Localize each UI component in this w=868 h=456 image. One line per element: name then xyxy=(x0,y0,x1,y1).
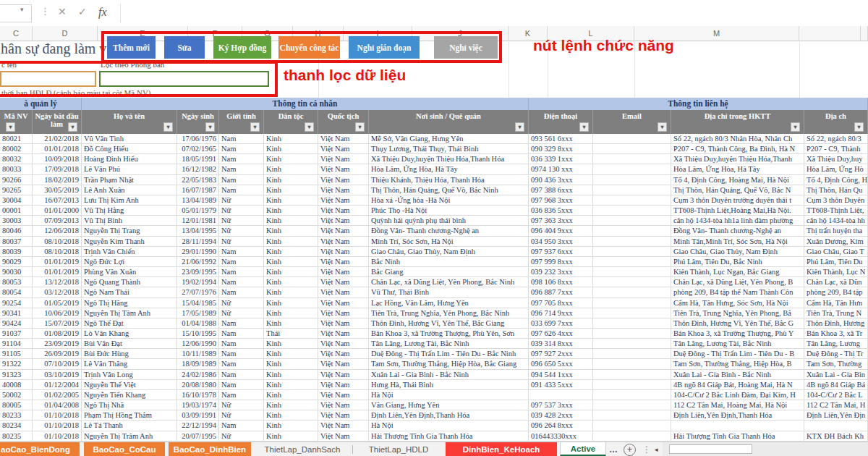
cell[interactable]: 18/05/1991 xyxy=(177,154,219,164)
cell[interactable]: 03/12/2018 xyxy=(33,287,82,297)
cell[interactable]: 80032 xyxy=(0,154,33,164)
cell[interactable]: 10/09/2018 xyxy=(33,154,82,164)
cell[interactable]: 23/09/1995 xyxy=(177,267,219,276)
cell[interactable]: Hải Thượng Tĩnh Gia Thanh Hóa xyxy=(671,431,804,441)
cell[interactable]: Việt Nam xyxy=(318,175,369,185)
cell[interactable]: Kinh xyxy=(264,349,318,358)
cell[interactable] xyxy=(593,134,671,143)
cell[interactable]: 80002 xyxy=(0,144,33,153)
cell[interactable]: Thụy Lương, Thái Thụy, Thái Bình xyxy=(369,144,529,153)
cell[interactable] xyxy=(593,431,671,441)
cell[interactable]: Định Liên,Yên Địn xyxy=(804,410,868,420)
cell[interactable]: Kinh xyxy=(264,400,318,410)
cell[interactable] xyxy=(593,267,671,276)
cell[interactable]: 17/09/2018 xyxy=(33,164,82,174)
cell[interactable]: Việt Nam xyxy=(318,267,369,276)
cell[interactable]: 097 626 4xxx xyxy=(529,329,593,338)
cell[interactable]: 30004 xyxy=(0,195,33,205)
cell[interactable]: 036 339 1xxx xyxy=(529,154,593,164)
cell[interactable]: Văn Giang, Hưng Yên xyxy=(369,400,529,410)
cell[interactable]: 13/04/1995 xyxy=(177,226,219,235)
cell[interactable]: Việt Nam xyxy=(318,185,369,195)
cell[interactable]: Giao Châu, Giao Thủy, Nam Định xyxy=(369,247,529,256)
cell[interactable]: Trịnh Văn Chiến xyxy=(82,247,177,256)
cell[interactable]: Nữ xyxy=(219,195,264,205)
cell[interactable]: 80039 xyxy=(0,247,33,256)
sheet-tab-baocao_cocau[interactable]: BaoCao_CoCau xyxy=(84,442,165,456)
cell[interactable]: Nữ xyxy=(219,298,264,308)
cell[interactable]: 17/05/1989 xyxy=(177,308,219,318)
cell[interactable]: Nguyễn Thị Trâm Anh xyxy=(82,431,177,441)
cell[interactable]: Việt Nam xyxy=(318,318,369,328)
cell[interactable]: 07/02/1965 xyxy=(177,144,219,153)
cell[interactable]: 10/11/1989 xyxy=(177,349,219,358)
cell[interactable]: 16/07/1987 xyxy=(177,185,219,195)
cell[interactable]: 01/10/2018 xyxy=(33,421,82,430)
cell[interactable]: 01/05/2019 xyxy=(33,298,82,308)
cell[interactable]: Kinh xyxy=(264,185,318,195)
cell[interactable]: 01/04/2008 xyxy=(33,400,82,410)
column-header[interactable]: Điện thoại▾ xyxy=(529,110,593,134)
cell[interactable]: Kinh xyxy=(264,175,318,185)
cell[interactable] xyxy=(804,421,868,430)
cell[interactable]: Nữ xyxy=(219,216,264,225)
cell[interactable]: phòng 209, B4 tập thể Nam Thành Côn xyxy=(671,287,804,297)
cell[interactable] xyxy=(593,390,671,400)
cell[interactable]: Nam xyxy=(219,329,264,338)
sheet-tab-aocao_biendong[interactable]: aoCao_BienDong xyxy=(0,442,80,456)
cell[interactable]: Nam xyxy=(219,277,264,287)
cell[interactable]: Nam xyxy=(219,154,264,164)
cell[interactable]: 26/09/2019 xyxy=(33,349,82,358)
cell[interactable]: 01/10/2018 xyxy=(33,410,82,420)
cell[interactable]: Đỗ Công Hiếu xyxy=(82,144,177,153)
cell[interactable]: 80046 xyxy=(0,226,33,235)
cell[interactable]: Xuân Lai - Gia Bìn xyxy=(804,370,868,379)
cell[interactable]: Tiên Trà, Trung N xyxy=(804,308,868,318)
cell[interactable]: Nguyễn Thị Trang xyxy=(82,226,177,235)
cell[interactable] xyxy=(529,390,593,400)
cell[interactable]: Duệ Đông - Thị Trấn Lim - Tiên Du - Bắc … xyxy=(369,349,529,358)
cell[interactable]: Tân Lãng, Lương Tài, Bắc Ninh xyxy=(369,339,529,348)
cell[interactable] xyxy=(593,247,671,256)
cell[interactable]: Việt Nam xyxy=(318,247,369,256)
filter-dropdown-icon[interactable]: ▾ xyxy=(205,122,215,132)
cell[interactable]: Xã Thiệu Duy,huyện Thiệu Hóa,Thanh xyxy=(671,154,804,164)
cell[interactable]: Tổ 4, Định Công, H xyxy=(804,175,868,185)
cell[interactable]: Nguyễn Thế Việt xyxy=(82,380,177,389)
column-header[interactable]: Địa chỉ trong HKTT▾ xyxy=(671,110,804,134)
cell[interactable]: Định Liên,Yên Định,Thanh Hóa xyxy=(671,410,804,420)
cell[interactable]: Hòa Lâm, Ứng Hò xyxy=(804,164,868,174)
filter-dropdown-icon[interactable]: ▾ xyxy=(658,122,667,132)
cell[interactable]: 096 650 5xxx xyxy=(529,359,593,368)
cell[interactable]: Bùi Đức Hùng xyxy=(82,349,177,358)
cell[interactable]: Hòa xá -Ứng hòa -Hà Nội xyxy=(369,195,529,205)
cell[interactable]: 039 314 8xxx xyxy=(529,339,593,348)
cell[interactable]: Thôn Đình, Hương Vĩ, Yên Thế, Bắc Giang xyxy=(369,318,529,328)
cell[interactable]: 097 537 3xxx xyxy=(529,400,593,410)
filter-dropdown-icon[interactable]: ▾ xyxy=(579,122,589,132)
cell[interactable]: Số 22, ngách 80/3 xyxy=(804,134,868,143)
horizontal-scrollbar-thumb[interactable] xyxy=(669,444,752,454)
cell[interactable]: Kinh xyxy=(264,308,318,318)
filter-dropdown-icon[interactable]: ▾ xyxy=(305,122,314,132)
cell[interactable]: 12/01/1981 xyxy=(177,216,219,225)
cell[interactable]: Lạc Hồng, Văn Lâm, Hưng Yên xyxy=(369,298,529,308)
cell[interactable]: Nguyễn Thị Tâm Anh xyxy=(82,308,177,318)
cell[interactable]: Kinh xyxy=(264,370,318,379)
cell[interactable]: Việt Nam xyxy=(318,257,369,266)
cell[interactable]: Xã Thiệu Duy,huy xyxy=(804,154,868,164)
cell[interactable]: Quỳnh hải quỳnh phụ thái bình xyxy=(369,216,529,225)
cell[interactable]: Nam xyxy=(219,318,264,328)
cell[interactable]: 112 C2 Tân Mai, Hoàng Mai, Hà Nội xyxy=(671,400,804,410)
cell[interactable]: Nam xyxy=(219,185,264,195)
cell[interactable]: Nam xyxy=(219,257,264,266)
column-header[interactable]: Họ và tên▾ xyxy=(82,110,177,134)
cell[interactable]: 07/10/2019 xyxy=(33,359,82,368)
cell[interactable]: Hưng Hà, Thái Bình xyxy=(369,380,529,389)
cell[interactable] xyxy=(593,226,671,235)
cell[interactable]: Ngô Thị Hăng xyxy=(82,298,177,308)
cell[interactable]: 104-C/Cư 2 Bắc Linh Đàm, Đại Kim, H xyxy=(671,390,804,400)
cell[interactable]: Trần Phạm Nhật xyxy=(82,175,177,185)
cell[interactable]: 18/09/1989 xyxy=(177,359,219,368)
cell[interactable]: 016443330xxx xyxy=(529,431,593,441)
